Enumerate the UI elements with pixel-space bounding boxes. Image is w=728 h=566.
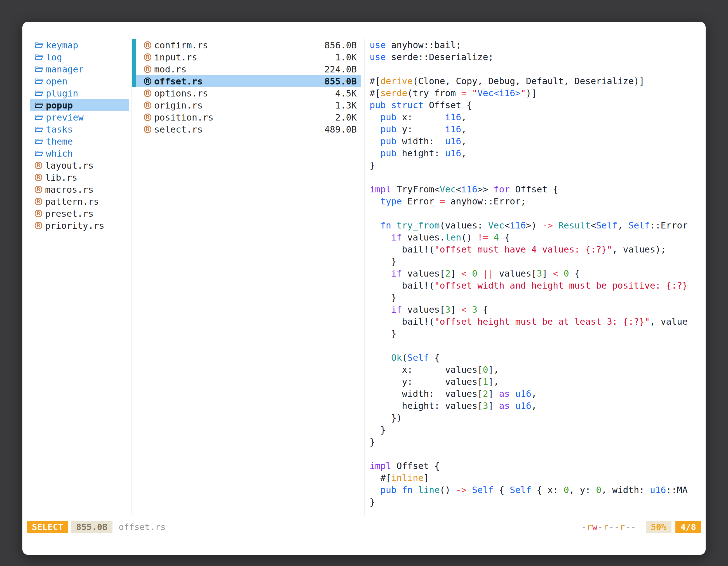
open-folder-icon xyxy=(35,138,43,145)
open-folder-icon xyxy=(35,114,43,121)
cursor-position-badge: 4/8 xyxy=(675,521,701,533)
rust-file-icon: R xyxy=(35,186,42,193)
rust-file-icon: R xyxy=(35,222,42,229)
file-row-offset.rs[interactable]: Roffset.rs855.0B xyxy=(132,75,361,87)
open-folder-icon xyxy=(35,90,43,97)
code-line xyxy=(370,448,706,460)
item-label: log xyxy=(46,52,62,63)
code-line: } xyxy=(370,436,706,448)
file-name: input.rs xyxy=(154,52,197,63)
code-line xyxy=(370,172,706,184)
code-line: use anyhow::bail; xyxy=(370,39,706,51)
item-label: priority.rs xyxy=(45,220,104,231)
file-size-badge: 855.0B xyxy=(71,521,112,533)
rust-file-icon: R xyxy=(35,162,42,169)
sidebar-folder-preview[interactable]: preview xyxy=(30,111,129,123)
item-label: which xyxy=(46,148,73,159)
sidebar-file-layout.rs[interactable]: Rlayout.rs xyxy=(30,159,129,172)
code-line: bail!("offset width and height must be p… xyxy=(370,280,706,292)
file-row-mod.rs[interactable]: Rmod.rs224.0B xyxy=(132,63,361,75)
sidebar-file-preset.rs[interactable]: Rpreset.rs xyxy=(30,208,129,220)
rust-file-icon: R xyxy=(144,65,151,73)
file-row-options.rs[interactable]: Roptions.rs4.5K xyxy=(132,87,361,99)
file-size: 4.5K xyxy=(335,88,357,99)
open-folder-icon xyxy=(35,66,43,73)
file-name: origin.rs xyxy=(154,100,203,111)
open-folder-icon xyxy=(35,78,43,85)
rust-file-icon: R xyxy=(144,126,151,133)
item-label: pattern.rs xyxy=(45,196,99,207)
file-row-origin.rs[interactable]: Rorigin.rs1.3K xyxy=(132,99,361,111)
item-label: keymap xyxy=(46,40,78,51)
item-label: layout.rs xyxy=(45,160,93,171)
open-folder-icon xyxy=(35,150,43,157)
file-name: select.rs xyxy=(154,124,203,135)
sidebar-folder-open[interactable]: open xyxy=(30,75,129,87)
code-line: } xyxy=(370,159,706,172)
sidebar-file-pattern.rs[interactable]: Rpattern.rs xyxy=(30,196,129,208)
open-folder-icon xyxy=(35,102,43,109)
item-label: theme xyxy=(46,136,73,147)
file-row-input.rs[interactable]: Rinput.rs1.0K xyxy=(132,51,361,63)
code-line: fn try_from(values: Vec<i16>) -> Result<… xyxy=(370,220,706,232)
sidebar-file-macros.rs[interactable]: Rmacros.rs xyxy=(30,184,129,196)
code-line: pub width: u16, xyxy=(370,135,706,147)
scroll-percent-badge: 50% xyxy=(646,521,671,533)
code-line: pub struct Offset { xyxy=(370,99,706,111)
file-size: 2.0K xyxy=(335,112,357,123)
code-line: y: values[1], xyxy=(370,376,706,388)
item-label: manager xyxy=(46,64,84,75)
rust-file-icon: R xyxy=(35,174,42,181)
rust-file-icon: R xyxy=(144,53,151,61)
sidebar-file-priority.rs[interactable]: Rpriority.rs xyxy=(30,220,129,232)
sidebar-folder-keymap[interactable]: keymap xyxy=(30,39,129,51)
code-line: x: values[0], xyxy=(370,364,706,376)
file-name: position.rs xyxy=(154,112,213,123)
code-line: pub fn line() -> Self { Self { x: 0, y: … xyxy=(370,484,706,496)
code-line xyxy=(370,340,706,352)
sidebar-folder-log[interactable]: log xyxy=(30,51,129,63)
file-size: 1.0K xyxy=(335,52,357,63)
file-name: offset.rs xyxy=(154,76,203,87)
code-line: Ok(Self { xyxy=(370,352,706,364)
code-line: } xyxy=(370,256,706,268)
item-label: plugin xyxy=(46,88,78,99)
sidebar-folder-plugin[interactable]: plugin xyxy=(30,87,129,99)
file-size: 856.0B xyxy=(324,40,357,51)
code-line: if values[3] < 3 { xyxy=(370,304,706,316)
file-row-select.rs[interactable]: Rselect.rs489.0B xyxy=(132,123,361,135)
file-name: mod.rs xyxy=(154,64,187,75)
item-label: lib.rs xyxy=(45,172,78,183)
code-line: pub x: i16, xyxy=(370,111,706,123)
sidebar-folder-which[interactable]: which xyxy=(30,147,129,159)
sidebar-folder-tasks[interactable]: tasks xyxy=(30,123,129,135)
code-line: #[derive(Clone, Copy, Debug, Default, De… xyxy=(370,75,706,87)
file-row-position.rs[interactable]: Rposition.rs2.0K xyxy=(132,111,361,123)
code-line: bail!("offset height must be at least 3:… xyxy=(370,316,706,328)
file-permissions: -rw-r--r-- xyxy=(581,522,636,532)
item-label: macros.rs xyxy=(45,184,93,195)
sidebar-folder-theme[interactable]: theme xyxy=(30,135,129,147)
file-size: 855.0B xyxy=(324,76,357,87)
code-line: width: values[2] as u16, xyxy=(370,388,706,400)
code-line: if values.len() != 4 { xyxy=(370,232,706,244)
item-label: preview xyxy=(46,112,84,123)
sidebar-file-lib.rs[interactable]: Rlib.rs xyxy=(30,172,129,184)
code-line: pub height: u16, xyxy=(370,147,706,159)
panes-container: keymaplogmanageropenpluginpopuppreviewta… xyxy=(22,39,706,515)
current-pane: Rconfirm.rs856.0BRinput.rs1.0KRmod.rs224… xyxy=(131,39,365,515)
code-line: } xyxy=(370,292,706,304)
code-line: } xyxy=(370,328,706,340)
code-line xyxy=(370,63,706,75)
rust-file-icon: R xyxy=(144,102,151,109)
sidebar-folder-popup[interactable]: popup xyxy=(30,99,129,111)
status-filename: offset.rs xyxy=(119,522,166,532)
rust-file-icon: R xyxy=(144,114,151,121)
file-row-confirm.rs[interactable]: Rconfirm.rs856.0B xyxy=(132,39,361,51)
file-size: 489.0B xyxy=(324,124,357,135)
item-label: preset.rs xyxy=(45,208,93,219)
sidebar-folder-manager[interactable]: manager xyxy=(30,63,129,75)
item-label: open xyxy=(46,76,67,87)
preview-pane: use anyhow::bail;use serde::Deserialize;… xyxy=(365,39,706,515)
item-label: popup xyxy=(46,100,73,111)
